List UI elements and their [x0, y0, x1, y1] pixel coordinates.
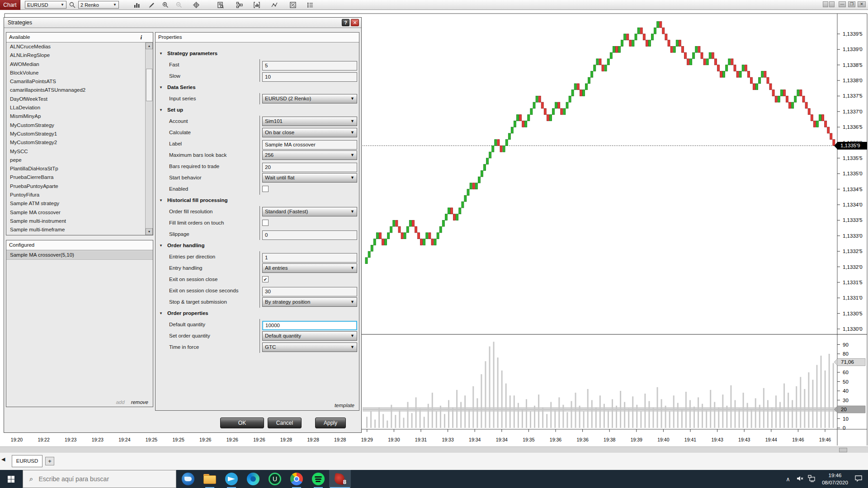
property-input[interactable]: [262, 61, 357, 70]
property-dropdown[interactable]: GTC▼: [262, 343, 357, 352]
volume-muted-icon[interactable]: [794, 475, 806, 483]
file-explorer-taskbar-icon[interactable]: [199, 470, 221, 488]
help-button[interactable]: ?: [342, 19, 349, 26]
spotify-taskbar-icon[interactable]: [307, 470, 329, 488]
available-strategy-item[interactable]: PruebaPuntoyAparte: [6, 182, 145, 191]
thunderbird-taskbar-icon[interactable]: [177, 470, 199, 488]
close-icon[interactable]: ✕: [351, 19, 359, 26]
property-input[interactable]: [262, 321, 357, 330]
property-input[interactable]: [262, 253, 357, 263]
available-strategy-item[interactable]: MyCustomStrategy: [6, 121, 145, 130]
property-dropdown[interactable]: On bar close▼: [262, 128, 357, 137]
telegram-taskbar-icon[interactable]: [221, 470, 242, 488]
action-center-icon[interactable]: [853, 475, 864, 483]
data-box-icon[interactable]: [216, 1, 225, 9]
add-link[interactable]: add: [116, 399, 124, 405]
available-strategy-item[interactable]: LLaDeviation: [6, 103, 145, 112]
cancel-button[interactable]: Cancel: [268, 418, 302, 428]
property-dropdown[interactable]: Default quantity▼: [262, 331, 357, 341]
period-selector[interactable]: 2 Renko▼: [78, 1, 119, 9]
available-strategy-item[interactable]: PuntoyFifura: [6, 191, 145, 199]
available-strategy-item[interactable]: PruebaCierreBarra: [6, 173, 145, 182]
new-tab-button[interactable]: +: [45, 457, 54, 465]
available-strategy-item[interactable]: Sample multi-timeframe: [6, 225, 145, 234]
property-input[interactable]: [262, 230, 357, 240]
template-link[interactable]: template: [335, 403, 354, 408]
property-dropdown[interactable]: Wait until flat▼: [262, 173, 357, 183]
available-strategy-item[interactable]: ALNLinRegSlope: [6, 51, 145, 60]
available-strategy-item[interactable]: PlantillaDiaHoraStTp: [6, 164, 145, 173]
crosshair-icon[interactable]: [192, 1, 201, 9]
bar-chart-icon[interactable]: [132, 1, 142, 9]
section-header[interactable]: ▼Data Series: [156, 82, 359, 93]
property-dropdown[interactable]: Sim101▼: [262, 117, 357, 126]
chart-hscrollbar[interactable]: [0, 446, 868, 453]
property-dropdown[interactable]: By strategy position▼: [262, 297, 357, 307]
remove-link[interactable]: remove: [131, 399, 148, 405]
chrome-taskbar-icon[interactable]: [286, 470, 307, 488]
chevron-up-icon[interactable]: ∧: [782, 476, 794, 483]
instrument-selector[interactable]: EURUSD▼: [25, 1, 66, 9]
available-strategy-item[interactable]: MySCC: [6, 147, 145, 156]
pencil-icon[interactable]: [147, 1, 156, 9]
tab-scroll-left-icon[interactable]: ◀: [1, 456, 5, 462]
available-strategy-item[interactable]: DayOfWeekTest: [6, 95, 145, 103]
scroll-down-icon[interactable]: ▼: [146, 228, 153, 235]
section-header[interactable]: ▼Strategy parameters: [156, 48, 359, 59]
available-strategy-item[interactable]: BlockVolune: [6, 69, 145, 77]
available-strategy-item[interactable]: CamarillaPointsATS: [6, 77, 145, 86]
available-strategy-item[interactable]: Sample ATM strategy: [6, 199, 145, 208]
panel-1-button[interactable]: [823, 1, 828, 7]
available-scrollbar[interactable]: ▲ ▼: [145, 42, 153, 235]
properties-list-icon[interactable]: [306, 1, 315, 9]
ok-button[interactable]: OK: [220, 418, 264, 428]
property-checkbox[interactable]: [262, 220, 269, 226]
section-header[interactable]: ▼Set up: [156, 104, 359, 116]
available-strategy-item[interactable]: ALNCruceMedias: [6, 42, 145, 51]
start-button[interactable]: [0, 470, 22, 488]
property-dropdown[interactable]: All entries▼: [262, 263, 357, 273]
available-strategy-item[interactable]: camarillapointsATSUnmanaged2: [6, 86, 145, 94]
available-strategy-item[interactable]: AWOMedian: [6, 60, 145, 69]
taskbar-clock[interactable]: 19:46 08/07/2020: [817, 472, 853, 486]
property-dropdown[interactable]: EURUSD (2 Renko)▼: [262, 94, 357, 103]
zoom-in-icon[interactable]: [161, 1, 170, 9]
available-strategy-item[interactable]: MyCustomStrategy2: [6, 138, 145, 147]
property-checkbox[interactable]: ✔: [262, 276, 269, 282]
iobit-u-taskbar-icon[interactable]: U: [264, 470, 286, 488]
property-dropdown[interactable]: Standard (Fastest)▼: [262, 207, 357, 216]
property-dropdown[interactable]: 256▼: [262, 150, 357, 160]
section-header[interactable]: ▼Order properties: [156, 308, 359, 319]
search-input[interactable]: [38, 475, 160, 483]
close-button[interactable]: ✕: [858, 1, 866, 7]
hscroll-thumb[interactable]: [839, 448, 847, 452]
restore-button[interactable]: ❐: [848, 1, 855, 7]
taskbar-search[interactable]: ⌕: [23, 470, 176, 488]
section-header[interactable]: ▼Historical fill processing: [156, 195, 359, 206]
indicators-icon[interactable]: [252, 1, 261, 9]
script-icon[interactable]: [288, 1, 297, 9]
scroll-up-icon[interactable]: ▲: [146, 42, 153, 49]
section-header[interactable]: ▼Order handling: [156, 240, 359, 251]
edge-taskbar-icon[interactable]: [242, 470, 264, 488]
tab-eurusd[interactable]: EURUSD: [12, 455, 42, 467]
property-input[interactable]: [262, 140, 357, 150]
available-strategy-item[interactable]: MyCustomStrategy1: [6, 130, 145, 138]
network-icon[interactable]: [806, 475, 817, 483]
property-input[interactable]: [262, 163, 357, 172]
instrument-search-icon[interactable]: [68, 1, 77, 9]
available-strategy-item[interactable]: Sample MA crossover: [6, 208, 145, 217]
strategies-icon[interactable]: [235, 1, 244, 9]
available-strategy-item[interactable]: MismiMinyAp: [6, 112, 145, 121]
available-strategy-item[interactable]: pepe: [6, 156, 145, 164]
property-input[interactable]: [262, 287, 357, 296]
info-icon[interactable]: i: [140, 33, 142, 42]
available-strategy-item[interactable]: Sample multi-instrument: [6, 217, 145, 225]
apply-button[interactable]: Apply: [315, 418, 346, 428]
scroll-thumb[interactable]: [146, 69, 152, 101]
ninjatrader-taskbar-icon[interactable]: 8: [329, 470, 351, 488]
property-checkbox[interactable]: [262, 186, 269, 192]
panel-2-button[interactable]: [829, 1, 835, 7]
minimize-button[interactable]: —: [839, 1, 846, 7]
property-input[interactable]: [262, 72, 357, 82]
